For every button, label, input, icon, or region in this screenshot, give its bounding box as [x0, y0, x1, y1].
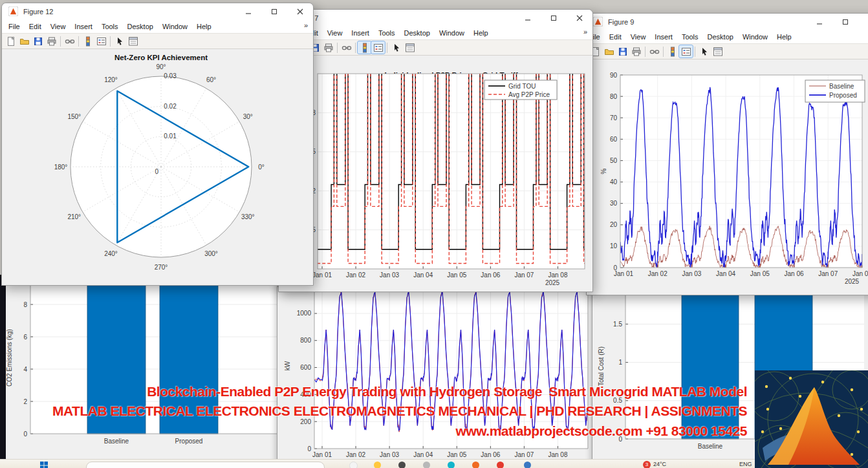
x-tick-label: Jan 04: [413, 451, 433, 458]
y-tick-label: 8: [23, 301, 27, 308]
x-tick-label: Jan 06: [784, 270, 803, 277]
category-label: Proposed: [175, 438, 203, 445]
y-tick-label: 1.5: [613, 321, 622, 328]
legend-label: Proposed: [829, 92, 857, 99]
load-profile-chart: 02004006008001000Jan 01Jan 02Jan 03Jan 0…: [277, 285, 592, 468]
desktop: { "common": { "toolbar_icons": ["new-fig…: [0, 0, 868, 468]
taskbar-app-icon[interactable]: [423, 462, 430, 468]
taskbar-app-icon[interactable]: [398, 462, 406, 468]
angle-tick-label: 150°: [67, 113, 81, 120]
p2p-price-chart: 0.150.20.250.3Jan 01Jan 02Jan 03Jan 04Ja…: [279, 10, 592, 292]
watermark-line3: www.matlabprojectscode.com +91 83000 154…: [456, 423, 747, 439]
x-tick-label: Jan 03: [380, 271, 399, 279]
r-tick-label: 0.02: [164, 103, 177, 110]
x-tick-label: Jan 02: [346, 271, 365, 279]
legend-label: Baseline: [829, 83, 854, 90]
category-label: Baseline: [104, 438, 129, 445]
taskbar-search-input[interactable]: [86, 462, 325, 468]
x-tick-label: Jan 08: [548, 271, 567, 279]
y-tick-label: 1000: [297, 310, 312, 317]
load-cover-ratio-chart: 0102030405060708090Jan 01Jan 02Jan 03Jan…: [587, 14, 868, 295]
taskbar-app-icon[interactable]: [448, 462, 455, 468]
windows-start-icon[interactable]: [40, 462, 48, 468]
angle-tick-label: 330°: [241, 213, 255, 220]
figure12-window: Figure 12 FileEditViewInsertToolsDesktop…: [1, 3, 314, 286]
y-tick-label: 800: [300, 337, 311, 344]
angle-tick-label: 240°: [104, 250, 118, 257]
x-tick-label: Jan 07: [818, 270, 838, 277]
y-tick-label: 20: [610, 221, 618, 228]
y-tick-label: 600: [300, 364, 311, 371]
y-tick-label: 6: [23, 334, 27, 341]
x-tick-label: Jan 03: [682, 270, 701, 277]
figure-window-co2: 02468BaselineProposedCO2 Emissions (kg): [6, 275, 277, 468]
y-tick-label: 2: [23, 398, 27, 405]
co2-emissions-chart: 02468BaselineProposedCO2 Emissions (kg): [6, 275, 277, 468]
r-tick-label: 0: [155, 168, 158, 175]
y-tick-label: 0: [23, 431, 27, 438]
angle-tick-label: 210°: [67, 213, 81, 220]
y-tick-label: 70: [610, 114, 618, 122]
y-tick-label: 90: [610, 72, 618, 79]
y-axis-label: Total Cost (R): [598, 346, 605, 386]
x-year-label: 2025: [845, 278, 860, 285]
y-axis-label: %: [600, 168, 607, 174]
x-tick-label: Jan 07: [514, 451, 534, 458]
x-year-label: 2025: [545, 279, 560, 286]
x-tick-label: Jan 06: [481, 271, 500, 279]
x-tick-label: Jan 04: [716, 270, 735, 277]
x-tick-label: Jan 01: [312, 271, 332, 279]
y-tick-label: 200: [300, 418, 311, 425]
net-zero-kpi-polar-chart: 0°30°60°90°120°150°180°210°240°270°300°3…: [2, 3, 313, 285]
x-tick-label: Jan 07: [514, 271, 534, 279]
legend-label: Avg P2P Price: [508, 91, 550, 98]
angle-tick-label: 60°: [206, 76, 216, 83]
watermark-line2: MATLAB ELECTRICAL ELECTRONICS ELECTROMAG…: [52, 403, 747, 419]
y-axis-label: kW: [284, 361, 291, 370]
x-tick-label: Jan 05: [447, 451, 466, 458]
x-tick-label: Jan 04: [413, 271, 433, 279]
category-label: Baseline: [698, 443, 723, 450]
y-tick-label: 40: [610, 178, 618, 186]
x-tick-label: Jan 01: [312, 451, 332, 458]
x-tick-label: Jan 02: [346, 451, 365, 458]
language-indicator[interactable]: ENG: [739, 461, 752, 467]
taskbar-app-icon[interactable]: [497, 462, 504, 468]
legend-label: Grid TOU: [508, 83, 536, 90]
angle-tick-label: 90°: [156, 63, 166, 70]
background-window-edge: [0, 275, 6, 459]
y-tick-label: 50: [610, 157, 618, 164]
x-tick-label: Jan 08: [852, 270, 868, 277]
angle-tick-label: 0°: [258, 164, 265, 171]
angle-tick-label: 30°: [243, 113, 253, 120]
y-tick-label: 0: [307, 445, 311, 452]
x-tick-label: Jan 05: [750, 270, 770, 277]
x-tick-label: Jan 01: [614, 270, 633, 277]
notification-badge[interactable]: 3: [643, 461, 651, 468]
angle-tick-label: 120°: [104, 76, 118, 83]
taskbar-app-icon[interactable]: [524, 462, 531, 468]
y-tick-label: 60: [610, 136, 618, 143]
angle-tick-label: 270°: [155, 264, 168, 271]
x-tick-label: Jan 06: [481, 451, 500, 458]
r-tick-label: 0.03: [164, 72, 177, 80]
taskbar-app-icon[interactable]: [349, 462, 358, 468]
angle-tick-label: 180°: [54, 164, 68, 171]
figure-window-load-profile: 02004006008001000Jan 01Jan 02Jan 03Jan 0…: [277, 284, 593, 468]
taskbar: 3 24°C ENG: [0, 459, 868, 468]
taskbar-app-icon[interactable]: [472, 462, 479, 468]
r-tick-label: 0.01: [164, 133, 177, 140]
y-tick-label: 80: [610, 93, 618, 100]
x-tick-label: Jan 08: [548, 451, 567, 458]
angle-tick-label: 300°: [204, 250, 218, 257]
x-tick-label: Jan 03: [380, 451, 399, 458]
weather-temperature[interactable]: 24°C: [653, 461, 666, 467]
y-tick-label: 4: [23, 366, 27, 373]
y-tick-label: 1: [618, 359, 622, 366]
figure9-window: Figure 9 FileEditViewInsertToolsDesktopW…: [586, 13, 868, 295]
plot-area: [318, 74, 585, 269]
x-tick-label: Jan 02: [648, 270, 667, 277]
x-tick-label: Jan 05: [447, 271, 466, 279]
matlab-logo: [755, 370, 868, 468]
taskbar-app-icon[interactable]: [374, 462, 381, 468]
